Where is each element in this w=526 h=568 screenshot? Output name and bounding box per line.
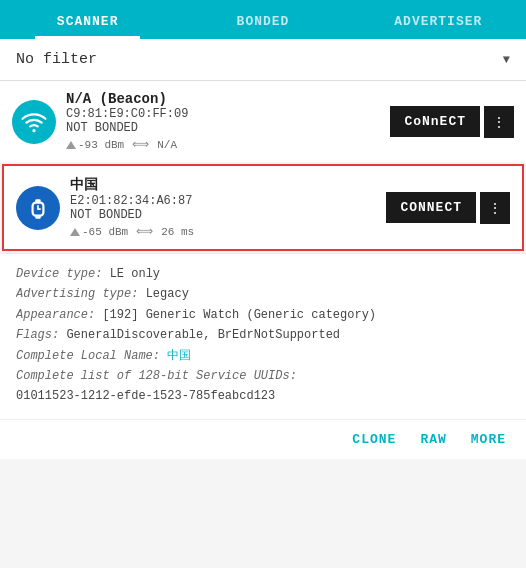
uuid-label: Complete list of 128-bit Service UUIDs: xyxy=(16,369,297,383)
detail-advertising: Advertising type: Legacy xyxy=(16,284,510,304)
wifi-icon xyxy=(21,109,47,135)
more-dots-button-1[interactable]: ⋮ xyxy=(484,106,514,138)
uuid-value: 01011523-1212-efde-1523-785feabcd123 xyxy=(16,389,275,403)
advertising-value: Legacy xyxy=(146,287,189,301)
device-mac-1: C9:81:E9:C0:FF:09 xyxy=(66,107,380,121)
svg-point-0 xyxy=(32,129,35,132)
connect-button-2[interactable]: CONNECT xyxy=(386,192,476,223)
tab-scanner[interactable]: SCANNER xyxy=(0,0,175,39)
filter-row[interactable]: No filter ▼ xyxy=(0,39,526,81)
device-stats-2: -65 dBm ⟺ 26 ms xyxy=(70,224,376,239)
tab-advertiser[interactable]: ADVERTISER xyxy=(351,0,526,39)
detail-device-type: Device type: LE only xyxy=(16,264,510,284)
more-dots-button-2[interactable]: ⋮ xyxy=(480,192,510,224)
device-icon-1 xyxy=(12,100,56,144)
device-type-label: Device type: xyxy=(16,267,102,281)
connect-button-1[interactable]: CoNnECT xyxy=(390,106,480,137)
signal-icon-1: -93 dBm xyxy=(66,139,124,151)
device-list: N/A (Beacon) C9:81:E9:C0:FF:09 NOT BONDE… xyxy=(0,81,526,459)
device-row: N/A (Beacon) C9:81:E9:C0:FF:09 NOT BONDE… xyxy=(0,81,526,162)
detail-appearance: Appearance: [192] Generic Watch (Generic… xyxy=(16,305,510,325)
device-info-2: 中国 E2:01:82:34:A6:87 NOT BONDED -65 dBm … xyxy=(70,176,376,239)
device-bond-2: NOT BONDED xyxy=(70,208,376,222)
device-bond-1: NOT BONDED xyxy=(66,121,380,135)
details-section: Device type: LE only Advertising type: L… xyxy=(0,253,526,419)
interval-2: 26 ms xyxy=(161,226,194,238)
device-icon-2 xyxy=(16,186,60,230)
flags-value: GeneralDiscoverable, BrEdrNotSupported xyxy=(66,328,340,342)
svg-rect-4 xyxy=(35,199,40,202)
svg-rect-5 xyxy=(35,215,40,218)
detail-uuid-label: Complete list of 128-bit Service UUIDs: xyxy=(16,366,510,386)
appearance-label: Appearance: xyxy=(16,308,95,322)
device-name-2: 中国 xyxy=(70,176,376,194)
device-row-selected: 中国 E2:01:82:34:A6:87 NOT BONDED -65 dBm … xyxy=(2,164,524,251)
interval-arrows-2: ⟺ xyxy=(136,224,153,239)
signal-icon-2: -65 dBm xyxy=(70,226,128,238)
device-name-1: N/A (Beacon) xyxy=(66,91,380,107)
appearance-value: [192] Generic Watch (Generic category) xyxy=(102,308,376,322)
connect-area-1: CoNnECT ⋮ xyxy=(390,106,514,138)
watch-icon xyxy=(25,195,51,221)
flags-label: Flags: xyxy=(16,328,59,342)
tab-bonded[interactable]: BONDED xyxy=(175,0,350,39)
more-button[interactable]: MORE xyxy=(471,432,506,447)
raw-button[interactable]: RAW xyxy=(420,432,446,447)
interval-arrows-1: ⟺ xyxy=(132,137,149,152)
device-type-value: LE only xyxy=(110,267,160,281)
tab-bar: SCANNER BONDED ADVERTISER xyxy=(0,0,526,39)
detail-uuid-value: 01011523-1212-efde-1523-785feabcd123 xyxy=(16,386,510,406)
interval-1: N/A xyxy=(157,139,177,151)
name-value: 中国 xyxy=(167,349,191,363)
connect-area-2: CONNECT ⋮ xyxy=(386,192,510,224)
bottom-actions: CLONE RAW MORE xyxy=(0,419,526,459)
advertising-label: Advertising type: xyxy=(16,287,138,301)
device-info-1: N/A (Beacon) C9:81:E9:C0:FF:09 NOT BONDE… xyxy=(66,91,380,152)
device-mac-2: E2:01:82:34:A6:87 xyxy=(70,194,376,208)
detail-flags: Flags: GeneralDiscoverable, BrEdrNotSupp… xyxy=(16,325,510,345)
clone-button[interactable]: CLONE xyxy=(352,432,396,447)
filter-label: No filter xyxy=(16,51,97,68)
device-stats-1: -93 dBm ⟺ N/A xyxy=(66,137,380,152)
detail-name: Complete Local Name: 中国 xyxy=(16,346,510,366)
name-label: Complete Local Name: xyxy=(16,349,160,363)
filter-dropdown-icon: ▼ xyxy=(503,53,510,67)
